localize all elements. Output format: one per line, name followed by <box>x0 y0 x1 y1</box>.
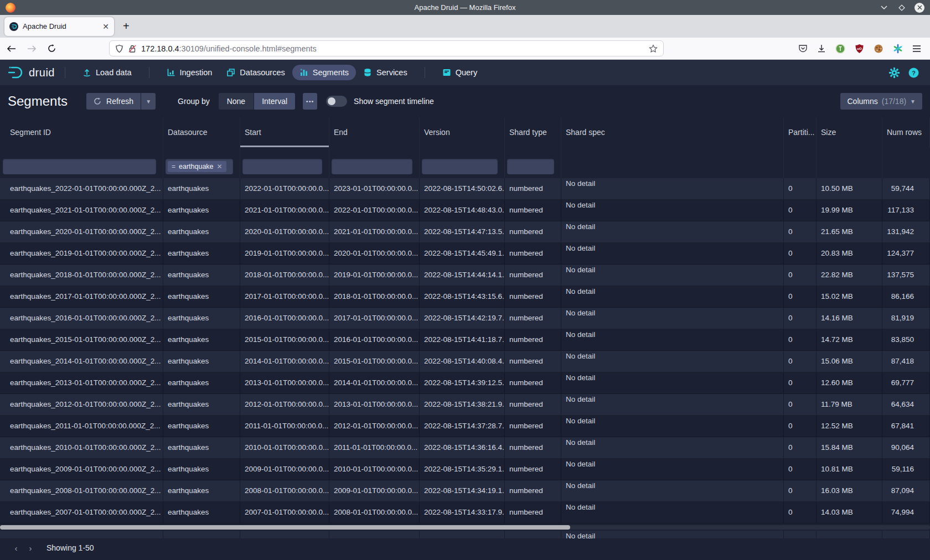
table-row[interactable]: earthquakes_2017-01-01T00:00:00.000Z_2..… <box>0 286 930 308</box>
columns-button[interactable]: Columns (17/18) ▼ <box>840 93 922 110</box>
forward-icon[interactable] <box>27 45 37 53</box>
filter-input-shard-type[interactable] <box>507 159 554 174</box>
group-by-none-button[interactable]: None <box>219 93 254 110</box>
column-header-shard-spec[interactable]: Shard spec <box>561 117 784 147</box>
url-host: 172.18.0.4 <box>141 44 179 53</box>
nav-item-query[interactable]: Query <box>435 65 485 80</box>
table-row[interactable]: earthquakes_2015-01-01T00:00:00.000Z_2..… <box>0 329 930 351</box>
cell-start: 2016-01-01T00:00:00.0... <box>240 308 329 329</box>
table-row[interactable]: earthquakes_2008-01-01T00:00:00.000Z_2..… <box>0 480 930 502</box>
column-header-size[interactable]: Size <box>817 117 882 147</box>
maximize-icon[interactable] <box>897 3 907 13</box>
filter-input-datasource[interactable]: = earthquake ✕ <box>166 159 233 174</box>
filter-input-end[interactable] <box>332 159 412 174</box>
table-row[interactable]: earthquakes_2014-01-01T00:00:00.000Z_2..… <box>0 351 930 372</box>
table-row[interactable]: earthquakes_2013-01-01T00:00:00.000Z_2..… <box>0 372 930 394</box>
druid-wordmark: druid <box>29 66 55 79</box>
cell-segment-id: earthquakes_2007-01-01T00:00:00.000Z_2..… <box>0 502 163 523</box>
page-header: Segments Refresh ▼ Group by None Interva… <box>0 85 930 117</box>
reload-icon[interactable] <box>48 44 56 53</box>
url-bar[interactable]: 172.18.0.4:30109/unified-console.html#se… <box>109 40 664 56</box>
cell-num-rows: 87,418 <box>882 351 930 372</box>
cell-version: 2022-08-15T14:41:18.7... <box>420 329 505 350</box>
table-row[interactable]: No detail <box>0 531 930 538</box>
table-row[interactable]: earthquakes_2019-01-01T00:00:00.000Z_2..… <box>0 243 930 265</box>
broken-lock-icon[interactable] <box>128 44 136 53</box>
cell-size: 14.16 MB <box>817 308 882 329</box>
scrollbar-thumb[interactable] <box>0 525 570 530</box>
nav-item-datasources[interactable]: Datasources <box>219 65 292 80</box>
browser-tab[interactable]: Apache Druid ✕ <box>4 17 114 36</box>
column-header-version[interactable]: Version <box>420 117 505 147</box>
ublock-icon[interactable]: uO <box>855 44 864 54</box>
column-header-start[interactable]: Start <box>240 117 329 147</box>
cell-num-rows: 74,994 <box>882 502 930 523</box>
column-header-shard-type[interactable]: Shard type <box>505 117 561 147</box>
table-row[interactable]: earthquakes_2018-01-01T00:00:00.000Z_2..… <box>0 265 930 286</box>
cookie-extension-icon[interactable] <box>874 44 884 54</box>
table-row[interactable]: earthquakes_2016-01-01T00:00:00.000Z_2..… <box>0 308 930 329</box>
cell-start: 2022-01-01T00:00:00.0... <box>240 178 329 199</box>
menu-hamburger-icon[interactable] <box>912 45 921 53</box>
downloads-icon[interactable] <box>817 44 826 53</box>
refresh-options-button[interactable]: ▼ <box>141 93 156 110</box>
shield-permissions-icon[interactable] <box>115 44 123 53</box>
more-options-button[interactable]: ••• <box>303 93 317 110</box>
cell-partition: 0 <box>784 200 817 221</box>
cell-start: 2014-01-01T00:00:00.0... <box>240 351 329 372</box>
cell-end: 2019-01-01T00:00:00.0... <box>329 265 420 286</box>
druid-logo[interactable]: druid <box>8 65 55 80</box>
table-row[interactable]: earthquakes_2020-01-01T00:00:00.000Z_2..… <box>0 221 930 243</box>
nav-item-segments[interactable]: Segments <box>292 65 356 80</box>
refresh-button[interactable]: Refresh <box>86 93 141 110</box>
cell-datasource: earthquakes <box>163 265 240 286</box>
column-header-segment-id[interactable]: Segment ID <box>0 117 163 147</box>
segment-timeline-toggle[interactable] <box>326 96 347 107</box>
filter-input-start[interactable] <box>242 159 322 174</box>
cell-size: 19.99 MB <box>817 200 882 221</box>
cell-version: 2022-08-15T14:38:21.9... <box>420 394 505 415</box>
nav-label: Datasources <box>240 68 285 77</box>
next-page-icon[interactable]: › <box>23 543 38 553</box>
previous-page-icon[interactable]: ‹ <box>9 543 23 553</box>
nav-item-services[interactable]: Services <box>356 65 415 80</box>
group-by-interval-button[interactable]: Interval <box>254 93 295 110</box>
settings-gear-icon[interactable] <box>889 68 900 78</box>
cell-partition <box>784 531 817 538</box>
column-header-datasource[interactable]: Datasource <box>163 117 240 147</box>
nav-item-ingestion[interactable]: Ingestion <box>159 65 220 80</box>
close-window-icon[interactable] <box>914 3 924 13</box>
table-row[interactable]: earthquakes_2012-01-01T00:00:00.000Z_2..… <box>0 394 930 416</box>
minimize-icon[interactable] <box>879 3 889 13</box>
help-icon[interactable]: ? <box>908 68 919 78</box>
filter-input-version[interactable] <box>422 159 498 174</box>
cell-datasource: earthquakes <box>163 308 240 329</box>
pocket-icon[interactable] <box>798 44 808 53</box>
back-icon[interactable] <box>7 45 16 53</box>
nav-divider <box>65 67 65 78</box>
new-tab-button[interactable]: + <box>123 20 130 33</box>
cell-version: 2022-08-15T14:40:08.4... <box>420 351 505 372</box>
remove-filter-icon[interactable]: ✕ <box>217 163 223 170</box>
cell-shard-type <box>505 531 561 538</box>
cell-num-rows: 86,166 <box>882 286 930 307</box>
table-row[interactable]: earthquakes_2011-01-01T00:00:00.000Z_2..… <box>0 416 930 437</box>
column-header-end[interactable]: End <box>329 117 420 147</box>
bookmark-star-icon[interactable] <box>649 44 658 53</box>
column-header-num-rows[interactable]: Num rows <box>882 117 930 147</box>
table-row[interactable]: earthquakes_2009-01-01T00:00:00.000Z_2..… <box>0 459 930 480</box>
column-header-partition[interactable]: Partiti... <box>784 117 817 147</box>
filter-input-segment-id[interactable] <box>3 159 156 174</box>
extension-asterisk-icon[interactable] <box>893 44 903 54</box>
nav-item-load-data[interactable]: Load data <box>75 65 139 80</box>
table-row[interactable]: earthquakes_2010-01-01T00:00:00.000Z_2..… <box>0 437 930 459</box>
table-row[interactable]: earthquakes_2022-01-01T00:00:00.000Z_2..… <box>0 178 930 200</box>
tab-close-icon[interactable]: ✕ <box>102 23 109 30</box>
cell-start: 2021-01-01T00:00:00.0... <box>240 200 329 221</box>
columns-count: (17/18) <box>882 97 906 106</box>
table-row[interactable]: earthquakes_2021-01-01T00:00:00.000Z_2..… <box>0 200 930 221</box>
extension-green-icon[interactable] <box>835 44 845 54</box>
scrollbar-track[interactable] <box>0 525 930 530</box>
table-row[interactable]: earthquakes_2007-01-01T00:00:00.000Z_2..… <box>0 502 930 523</box>
horizontal-scrollbar <box>0 523 930 531</box>
